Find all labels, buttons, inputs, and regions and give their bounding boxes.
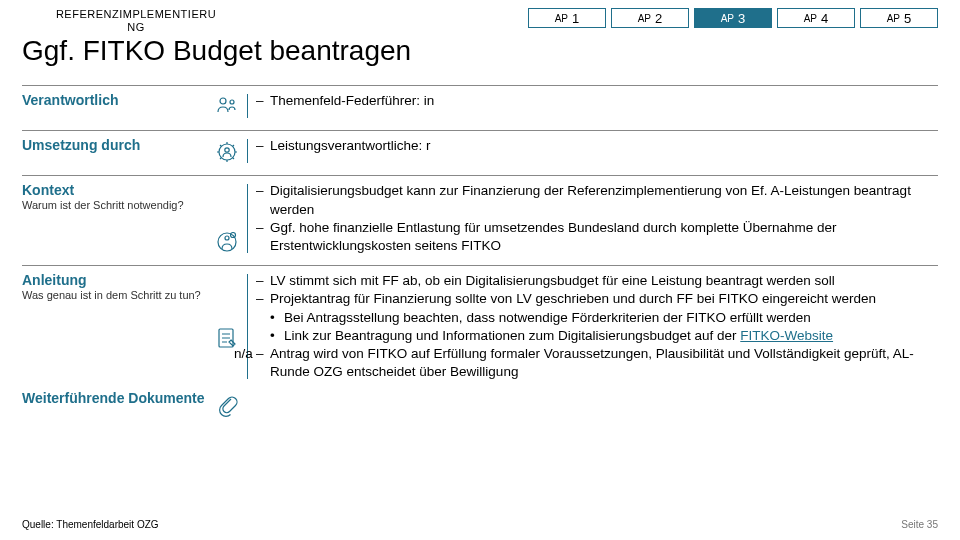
phase-tabs: AP1 AP2 AP3 AP4 AP5 [528, 8, 938, 28]
footer-source: Quelle: Themenfeldarbeit OZG [22, 519, 159, 530]
bullet: LV stimmt sich mit FF ab, ob ein Digital… [256, 272, 938, 290]
sub-bullet: Bei Antragsstellung beachten, dass notwe… [270, 309, 938, 327]
tab-ap5[interactable]: AP5 [860, 8, 938, 28]
info-rows: Verantwortlich Themenfeld-Federführer: i… [22, 85, 938, 391]
bullet: n/a Antrag wird von FITKO auf Erfüllung … [256, 345, 938, 381]
bullet: Themenfeld-Federführer: in [256, 92, 938, 110]
svg-point-5 [225, 236, 229, 240]
bullet: Digitalisierungsbudget kann zur Finanzie… [256, 182, 938, 218]
row-umsetzung: Umsetzung durch Leistungsverantwortliche… [22, 130, 938, 175]
responsible-icon [207, 92, 247, 120]
slide-page: REFERENZIMPLEMENTIERU NG AP1 AP2 AP3 AP4… [0, 0, 960, 540]
bullet: Projektantrag für Finanzierung sollte vo… [256, 290, 938, 345]
breadcrumb-line1: REFERENZIMPLEMENTIERU [50, 8, 222, 21]
row-label: Verantwortlich [22, 92, 207, 108]
row-label: Umsetzung durch [22, 137, 207, 153]
row-kontext: Kontext Warum ist der Schritt notwendig?… [22, 175, 938, 265]
row-label: Kontext [22, 182, 207, 198]
bullet: Ggf. hohe finanzielle Entlastung für ums… [256, 219, 938, 255]
footer-page-number: Seite 35 [901, 519, 938, 530]
row-label: Anleitung [22, 272, 207, 288]
row-verantwortlich: Verantwortlich Themenfeld-Federführer: i… [22, 85, 938, 130]
sub-bullet: Link zur Beantragung und Informationen z… [270, 327, 938, 345]
row-sublabel: Was genau ist in dem Schritt zu tun? [22, 289, 207, 302]
row-sublabel: Warum ist der Schritt notwendig? [22, 199, 207, 212]
fitko-website-link[interactable]: FITKO-Website [740, 328, 833, 343]
bullet: Leistungsverantwortliche: r [256, 137, 938, 155]
tab-ap2[interactable]: AP2 [611, 8, 689, 28]
page-title: Ggf. FITKO Budget beantragen [22, 35, 938, 67]
na-text: n/a [234, 345, 253, 363]
svg-point-1 [230, 100, 234, 104]
row-label-docs: Weiterführende Dokumente [22, 390, 205, 407]
tab-ap3[interactable]: AP3 [694, 8, 772, 28]
breadcrumb: REFERENZIMPLEMENTIERU NG [22, 8, 222, 33]
svg-point-3 [225, 148, 229, 152]
svg-point-0 [220, 98, 226, 104]
breadcrumb-line2: NG [50, 21, 222, 34]
row-anleitung: Anleitung Was genau ist in dem Schritt z… [22, 265, 938, 391]
tab-ap1[interactable]: AP1 [528, 8, 606, 28]
context-icon [207, 182, 247, 255]
top-bar: REFERENZIMPLEMENTIERU NG AP1 AP2 AP3 AP4… [22, 8, 938, 33]
paperclip-icon [214, 392, 240, 418]
gear-person-icon [207, 137, 247, 165]
tab-ap4[interactable]: AP4 [777, 8, 855, 28]
